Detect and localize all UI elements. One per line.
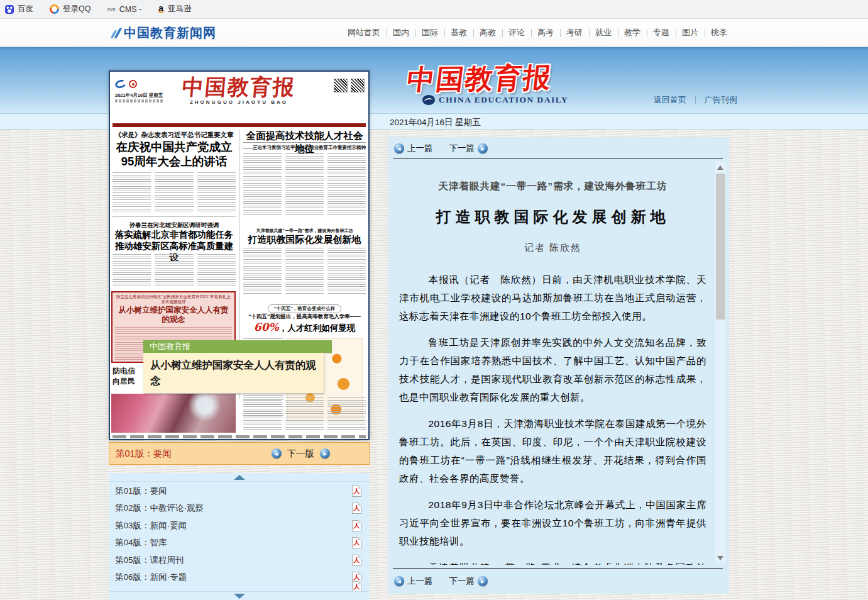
- edition-list: 第01版：要闻 人 第02版：中教评论·观察 人 第03版：新闻·要闻 人 第0…: [109, 473, 370, 600]
- qr-code: [351, 79, 365, 92]
- masthead-pinyin: ZHONGGUO JIAOYU BAO: [167, 99, 311, 105]
- bookmark-cms[interactable]: cvs CMS -: [107, 5, 141, 14]
- edition-list-scroll-down[interactable]: [109, 591, 370, 600]
- nav-item-higher-edu[interactable]: 高教: [473, 27, 502, 38]
- globe-next-icon: ▶: [320, 448, 330, 458]
- body-text-placeholder: [243, 153, 366, 215]
- scrollbar-thumb[interactable]: [716, 174, 725, 319]
- nav-item-pictures[interactable]: 图片: [676, 27, 705, 38]
- baidu-icon: [5, 5, 14, 14]
- edition-list-item-03[interactable]: 第03版：新闻·要闻 人: [109, 517, 370, 535]
- masthead-qr-codes: [334, 79, 365, 93]
- link-separator: ｜: [691, 94, 700, 106]
- masthead-red-logo-icon: [129, 80, 137, 88]
- pdf-icon[interactable]: 人: [352, 520, 361, 531]
- edition-list-scroll-up[interactable]: [109, 473, 370, 482]
- globe-prev-icon: ◀: [394, 143, 404, 153]
- daily-english-title: CHINA EDUCATION DAILY: [439, 95, 568, 105]
- headline-kicker: 陈宝生在香港特别行政区“全民国家安全教育日2021”开幕典礼上发表视频致辞: [115, 294, 232, 304]
- article-kicker: 天津着眼共建“一带一路”需求，建设海外鲁班工坊: [399, 180, 706, 193]
- article-top-nav: ◀ 上一篇 下一篇 ▶: [394, 142, 488, 155]
- masthead-blue-logo-icon: [114, 79, 127, 90]
- newspaper-masthead-logos: [115, 80, 137, 88]
- nav-item-international[interactable]: 国际: [415, 27, 444, 38]
- article-divider: [393, 158, 723, 159]
- section-divider: [113, 216, 236, 217]
- masthead-issue-info: [115, 99, 164, 103]
- daily-header-links: 返回首页 ｜ 广告刊例: [654, 94, 737, 106]
- article-byline: 记者 陈欣然: [399, 242, 706, 254]
- edition-rows: 第01版：要闻 人 第02版：中教评论·观察 人 第03版：新闻·要闻 人 第0…: [109, 482, 370, 586]
- next-article-button[interactable]: 下一篇 ▶: [449, 575, 488, 587]
- edition-list-item-02[interactable]: 第02版：中教评论·观察 人: [109, 500, 370, 518]
- site-logo-text: 中国教育新闻网: [124, 25, 216, 42]
- edition-bar: 第01版：要闻 ◀ 下一版 ▶: [109, 442, 370, 465]
- masthead-red-rule: [113, 123, 366, 127]
- daily-leaf-icon: [422, 95, 435, 105]
- ad-rates-link[interactable]: 广告刊例: [705, 94, 737, 106]
- site-logo-icon: [110, 28, 122, 38]
- edition-list-item-06[interactable]: 第06版：新闻·专题 人: [109, 569, 370, 587]
- prev-article-button[interactable]: ◀ 上一篇: [394, 575, 433, 587]
- amazon-icon: a: [158, 5, 164, 13]
- bookmark-qq-login[interactable]: 登录QQ: [50, 4, 91, 14]
- next-article-button[interactable]: 下一篇 ▶: [449, 143, 488, 154]
- edition-list-item-01[interactable]: 第01版：要闻 人: [109, 482, 370, 500]
- site-header: 中国教育新闻网 网站首页 国内 国际 基教 高教 评论 高考 考研 就业 教学 …: [0, 19, 868, 47]
- headline-title: 打造职教国际化发展创新地: [243, 234, 366, 246]
- bookmark-label: 百度: [18, 4, 33, 14]
- article-bottom-nav: ◀ 上一篇 下一篇 ▶: [394, 575, 488, 587]
- newspaper-front-page-image[interactable]: 2021年4月16日 星期五 中国教育报 ZHONGGUO JIAOYU BAO…: [109, 70, 370, 440]
- headline-title: 全面提高技术技能人才社会地位: [243, 130, 366, 156]
- body-text-placeholder: [243, 248, 366, 296]
- bookmark-label: 亚马逊: [168, 4, 192, 14]
- next-edition-button[interactable]: ◀ 下一版 ▶: [272, 448, 331, 460]
- pdf-icon[interactable]: 人: [352, 537, 361, 548]
- article-paragraph: 2016年3月8日，天津渤海职业技术学院在泰国建成第一个境外鲁班工坊。此后，在英…: [399, 414, 706, 487]
- edition-list-item-04[interactable]: 第04版：智库 人: [109, 535, 370, 552]
- down-arrow-icon: [234, 594, 245, 599]
- nav-item-gaokao[interactable]: 高考: [531, 27, 560, 38]
- qq-icon: [50, 4, 59, 14]
- photo-caption-title: 防电信 向居民: [113, 366, 148, 386]
- browser-bookmarks-bar: 百度 登录QQ cvs CMS - a 亚马逊: [0, 0, 868, 19]
- article-paragraph: 天津着眼共建“一带一路”需求，综合考虑非洲大陆及各国政治安全、经济发展、资源产业…: [399, 558, 706, 565]
- bookmark-label: CMS -: [119, 5, 141, 14]
- article-title: 打造职教国际化发展创新地: [399, 207, 706, 227]
- headline-title: 从小树立维护国家安全人人有责的观念: [115, 306, 232, 325]
- nav-item-home[interactable]: 网站首页: [341, 27, 387, 38]
- article-tooltip-title: 从小树立维护国家安全人人有责的观念: [143, 353, 324, 393]
- nav-item-domestic[interactable]: 国内: [387, 27, 415, 38]
- article-content: 天津着眼共建“一带一路”需求，建设海外鲁班工坊 打造职教国际化发展创新地 记者 …: [399, 162, 706, 565]
- nav-item-taoli[interactable]: 桃李: [705, 27, 733, 38]
- nav-item-kaoyan[interactable]: 考研: [560, 27, 589, 38]
- pdf-icon[interactable]: 人: [352, 486, 361, 497]
- headline-rule: [243, 142, 366, 143]
- site-logo[interactable]: 中国教育新闻网: [113, 25, 216, 42]
- nav-item-jobs[interactable]: 就业: [589, 27, 618, 38]
- article-paragraph: 鲁班工坊是天津原创并率先实践的中外人文交流知名品牌，致力于在合作国家培养熟悉中国…: [399, 333, 706, 406]
- daily-logo-english: CHINA EDUCATION DAILY: [422, 95, 568, 105]
- front-page-footer-line: [113, 435, 366, 438]
- scrollbar-up-arrow[interactable]: [717, 165, 723, 170]
- nav-item-teaching[interactable]: 教学: [618, 27, 647, 38]
- nav-item-comment[interactable]: 评论: [502, 27, 531, 38]
- edition-list-item-05[interactable]: 第05版：课程周刊 人: [109, 552, 370, 569]
- headline-subtitle: “十四五”规划提出，提高高等教育毛入学率——: [243, 313, 366, 321]
- body-text-placeholder: [243, 397, 366, 430]
- pdf-icon[interactable]: 人: [352, 555, 361, 566]
- article-panel: ◀ 上一篇 下一篇 ▶ 天津着眼共建“一带一路”需求，建设海外鲁班工坊 打造职教…: [388, 137, 729, 594]
- nav-item-special[interactable]: 专题: [647, 27, 676, 38]
- back-home-link[interactable]: 返回首页: [654, 94, 686, 106]
- nav-item-basic-edu[interactable]: 基教: [444, 27, 473, 38]
- bookmark-amazon[interactable]: a 亚马逊: [158, 4, 191, 14]
- next-edition-label: 下一版: [287, 448, 315, 460]
- article-scrollbar[interactable]: [715, 162, 726, 564]
- article-paragraph: 本报讯（记者 陈欣然）日前，由天津机电职业技术学院、天津市机电工业学校建设的马达…: [399, 270, 706, 325]
- pdf-icon[interactable]: 人: [352, 503, 361, 514]
- bookmark-baidu[interactable]: 百度: [5, 4, 33, 14]
- headline-subtitle: ——三论学习贯彻习近平总书记职业教育工作重要指示精神: [243, 145, 366, 151]
- scrollbar-down-arrow[interactable]: [717, 556, 723, 560]
- prev-article-button[interactable]: ◀ 上一篇: [394, 143, 433, 154]
- current-edition-label: 第01版：要闻: [116, 448, 172, 460]
